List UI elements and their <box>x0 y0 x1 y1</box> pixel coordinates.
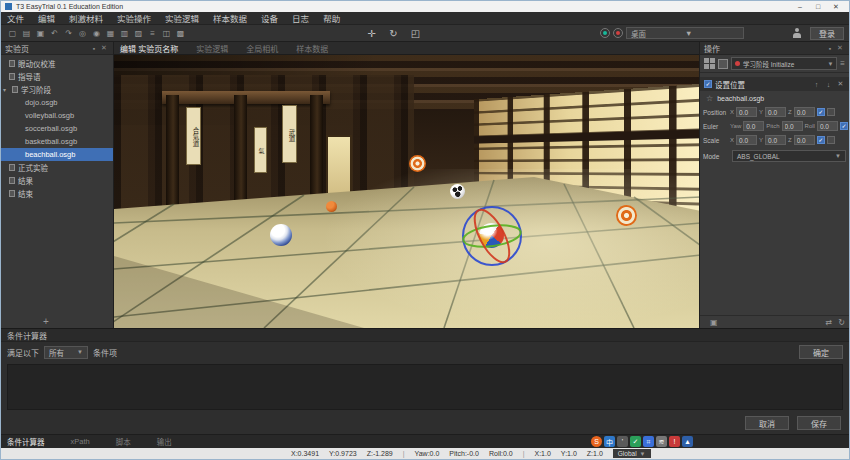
confirm-button[interactable]: 确定 <box>799 345 843 359</box>
state-dropdown[interactable]: 学习阶段 Initialize ▼ <box>731 57 837 70</box>
toolbox-icon[interactable]: ≋ <box>656 436 667 447</box>
position-x-field[interactable] <box>736 107 757 117</box>
scale-z-field[interactable] <box>794 135 815 145</box>
menu-icon[interactable]: ≡ <box>840 59 845 68</box>
refresh-icon[interactable]: ↻ <box>838 318 845 327</box>
menu-sample-data[interactable]: 样本数据 <box>213 12 247 24</box>
scale-checkbox[interactable]: ✓ <box>817 136 825 144</box>
euler-roll-field[interactable] <box>817 121 838 131</box>
tree-item-results[interactable]: 结果 <box>1 174 113 187</box>
scale-x-field[interactable] <box>736 135 757 145</box>
volleyball-object[interactable] <box>270 224 292 246</box>
basketball-object[interactable] <box>326 201 337 212</box>
close-button[interactable]: ✕ <box>827 3 845 11</box>
target-ring[interactable] <box>616 205 637 226</box>
panel-mixed-icon[interactable]: ▨ <box>132 27 145 40</box>
condition-list-area[interactable] <box>7 364 843 410</box>
settings-icon[interactable]: ◎ <box>76 27 89 40</box>
menu-experiment-ops[interactable]: 实验操作 <box>117 12 151 24</box>
3d-scene[interactable]: 合氣道 氣 武道 <box>114 55 699 328</box>
scale-y-field[interactable] <box>765 135 786 145</box>
panel-grid-icon[interactable]: ▦ <box>104 27 117 40</box>
add-page-button[interactable]: + <box>1 314 113 328</box>
save-icon[interactable]: ▣ <box>34 27 47 40</box>
play-record-icon[interactable] <box>600 28 610 38</box>
maximize-button[interactable]: □ <box>809 3 827 10</box>
tree-item-soccerball[interactable]: soccerball.osgb <box>1 122 113 135</box>
target-ring[interactable] <box>409 155 426 172</box>
position-extra-checkbox[interactable] <box>827 108 835 116</box>
punctuation-icon[interactable]: ' <box>617 436 628 447</box>
stop-record-icon[interactable] <box>613 28 623 38</box>
move-up-icon[interactable]: ↑ <box>812 81 821 88</box>
chevron-down-icon[interactable]: ▾ <box>3 86 9 93</box>
grid-view-icon[interactable]: ▩ <box>174 27 187 40</box>
minimize-button[interactable]: – <box>791 3 809 10</box>
menu-stimuli[interactable]: 刺激材料 <box>69 12 103 24</box>
move-tool-icon[interactable]: ✛ <box>365 27 378 40</box>
redo-icon[interactable]: ↷ <box>62 27 75 40</box>
menu-experiment-logic[interactable]: 实验逻辑 <box>165 12 199 24</box>
list-icon[interactable]: ≡ <box>146 27 159 40</box>
user-icon[interactable] <box>792 28 802 38</box>
tab-sample-data[interactable]: 样本数据 <box>296 43 328 54</box>
cancel-button[interactable]: 取消 <box>745 416 789 430</box>
tab-output[interactable]: 输出 <box>157 436 172 447</box>
tree-item-volleyball[interactable]: volleyball.osgb <box>1 109 113 122</box>
menu-file[interactable]: 文件 <box>7 12 24 24</box>
panel-rows-icon[interactable]: ▥ <box>118 27 131 40</box>
tab-edit-page-name[interactable]: 编辑 实验页名称 <box>120 43 178 54</box>
new-file-icon[interactable]: ▢ <box>6 27 19 40</box>
mode-dropdown[interactable]: ABS_GLOBAL ▼ <box>732 150 846 162</box>
status-ok-icon[interactable]: ✓ <box>630 436 641 447</box>
rotate-tool-icon[interactable]: ↻ <box>387 27 400 40</box>
snapshot-icon[interactable]: ▣ <box>710 318 718 327</box>
euler-pitch-field[interactable] <box>782 121 803 131</box>
menu-edit[interactable]: 编辑 <box>38 12 55 24</box>
swap-icon[interactable]: ⇄ <box>826 318 833 327</box>
pin-icon[interactable]: ▪ <box>825 45 835 52</box>
tree-item-formal-experiment[interactable]: 正式实验 <box>1 161 113 174</box>
tree-item-end[interactable]: 结束 <box>1 187 113 200</box>
states-grid-icon[interactable] <box>704 58 715 69</box>
move-down-icon[interactable]: ↓ <box>824 81 833 88</box>
tab-experiment-logic[interactable]: 实验逻辑 <box>196 43 228 54</box>
save-button[interactable]: 保存 <box>797 416 841 430</box>
login-button[interactable]: 登录 <box>810 27 844 40</box>
rotation-gizmo[interactable] <box>454 198 530 274</box>
euler-checkbox[interactable]: ✓ <box>840 122 848 130</box>
coordinate-mode-dropdown[interactable]: Global ▼ <box>613 449 651 458</box>
condition-match-dropdown[interactable]: 所有 ▼ <box>44 346 88 359</box>
split-view-icon[interactable]: ◫ <box>160 27 173 40</box>
device-dropdown[interactable]: 桌面 ▼ <box>626 27 744 39</box>
menu-log[interactable]: 日志 <box>292 12 309 24</box>
close-panel-icon[interactable]: ✕ <box>835 44 845 52</box>
star-icon[interactable]: ☆ <box>706 94 713 103</box>
chinese-mode-icon[interactable]: 中 <box>604 436 615 447</box>
tab-global-camera[interactable]: 全局相机 <box>246 43 278 54</box>
tab-xpath[interactable]: xPath <box>71 437 90 446</box>
tree-item-instructions[interactable]: 指导语 <box>1 70 113 83</box>
enabled-checkbox[interactable]: ✓ <box>704 80 712 88</box>
alert-icon[interactable]: ! <box>669 436 680 447</box>
position-checkbox[interactable]: ✓ <box>817 108 825 116</box>
avatar-icon[interactable]: ◉ <box>90 27 103 40</box>
undo-icon[interactable]: ↶ <box>48 27 61 40</box>
tray-arrow-icon[interactable]: ▲ <box>682 436 693 447</box>
scale-tool-icon[interactable]: ◰ <box>409 27 422 40</box>
close-panel-icon[interactable]: ✕ <box>99 44 109 52</box>
sogou-input-icon[interactable]: S <box>591 436 602 447</box>
soccerball-object[interactable] <box>450 184 465 199</box>
pin-icon[interactable]: ▪ <box>89 45 99 52</box>
tab-condition-calculator[interactable]: 条件计算器 <box>7 436 45 447</box>
keyboard-icon[interactable]: ⌗ <box>643 436 654 447</box>
tree-item-beachball[interactable]: beachball.osgb <box>1 148 113 161</box>
menu-device[interactable]: 设备 <box>261 12 278 24</box>
tree-item-basketball[interactable]: basketball.osgb <box>1 135 113 148</box>
menu-help[interactable]: 帮助 <box>323 12 340 24</box>
open-file-icon[interactable]: ▤ <box>20 27 33 40</box>
position-y-field[interactable] <box>765 107 786 117</box>
tree-item-learning-phase[interactable]: ▾学习阶段 <box>1 83 113 96</box>
euler-yaw-field[interactable] <box>743 121 764 131</box>
remove-section-icon[interactable]: ✕ <box>836 80 845 88</box>
